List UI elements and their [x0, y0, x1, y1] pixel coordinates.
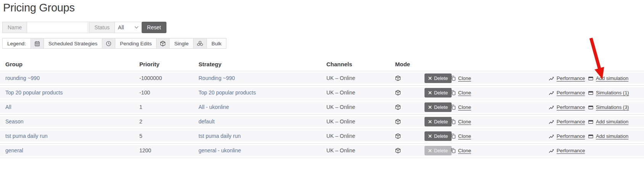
single-mode-cube-icon — [395, 100, 401, 114]
cube-icon — [156, 38, 169, 49]
clone-link[interactable]: Clone — [450, 71, 471, 85]
single-mode-cube-icon — [395, 129, 401, 143]
calendar-icon — [31, 38, 44, 49]
legend-bulk-label: Bulk — [207, 38, 226, 49]
x-icon — [428, 120, 432, 123]
window-icon — [588, 90, 594, 96]
x-icon — [428, 77, 432, 80]
clone-link[interactable]: Clone — [450, 86, 471, 100]
delete-button[interactable]: Delete — [424, 88, 452, 97]
table-row: All 1 All - ukonline UK – Online Delete … — [0, 100, 644, 114]
x-icon — [428, 105, 432, 109]
legend-bar: Legend: Scheduled Strategies Pending Edi… — [2, 38, 226, 49]
clone-link[interactable]: Clone — [450, 129, 471, 143]
single-mode-cube-icon — [395, 144, 401, 158]
simulations-link[interactable]: Simulations (3) — [588, 100, 629, 114]
x-icon — [428, 134, 432, 138]
copy-icon — [450, 133, 456, 139]
page-title: Pricing Groups — [3, 2, 75, 14]
channels-value: UK – Online — [326, 129, 355, 143]
header-priority: Priority — [139, 58, 160, 71]
legend-scheduled-strategies-label: Scheduled Strategies — [44, 38, 102, 49]
performance-link[interactable]: Performance — [549, 144, 585, 158]
group-link[interactable]: tst puma daily run — [5, 129, 48, 143]
group-link[interactable]: All — [5, 100, 11, 114]
copy-icon — [450, 119, 456, 125]
delete-button[interactable]: Delete — [424, 102, 452, 112]
channels-value: UK – Online — [326, 115, 355, 129]
group-link[interactable]: rounding ~990 — [5, 71, 40, 85]
cubes-icon — [193, 38, 207, 49]
line-chart-icon — [549, 104, 554, 110]
priority-value: -100 — [139, 86, 150, 100]
header-strategy: Strategy — [199, 58, 221, 71]
x-icon — [428, 91, 432, 94]
window-icon — [588, 105, 594, 110]
table-header-row: Group Priority Strategy Channels Mode — [0, 58, 644, 71]
add-simulation-link[interactable]: Add simulation — [588, 71, 628, 85]
legend-pending-edits-label: Pending Edits — [115, 38, 157, 49]
single-mode-cube-icon — [395, 86, 401, 100]
header-mode: Mode — [395, 58, 410, 71]
clone-link[interactable]: Clone — [450, 115, 471, 129]
delete-button[interactable]: Delete — [424, 117, 452, 126]
strategy-link[interactable]: Rounding ~990 — [199, 71, 235, 85]
delete-button-disabled: Delete — [424, 146, 452, 155]
group-link[interactable]: Top 20 popular products — [5, 86, 63, 100]
name-filter-input[interactable] — [27, 22, 88, 33]
table-row: Season 2 default UK – Online Delete Clon… — [0, 114, 644, 129]
legend-label: Legend: — [2, 38, 31, 49]
copy-icon — [450, 90, 456, 96]
delete-button[interactable]: Delete — [424, 131, 452, 141]
chevron-down-icon — [134, 26, 139, 29]
clock-icon — [102, 38, 115, 49]
header-group: Group — [5, 58, 23, 71]
legend-single-label: Single — [169, 38, 194, 49]
filter-bar: Name Status All Reset — [2, 22, 166, 33]
strategy-link[interactable]: All - ukonline — [199, 100, 229, 114]
clone-link[interactable]: Clone — [450, 144, 471, 158]
name-filter-label: Name — [2, 22, 27, 33]
strategy-link[interactable]: tst puma daily run — [199, 129, 241, 143]
performance-link[interactable]: Performance — [549, 86, 585, 100]
simulations-link[interactable]: Simulations (1) — [588, 86, 629, 100]
performance-link[interactable]: Performance — [549, 71, 585, 85]
line-chart-icon — [549, 75, 554, 81]
priority-value: 2 — [139, 115, 142, 129]
add-simulation-link[interactable]: Add simulation — [588, 115, 628, 129]
window-icon — [588, 119, 594, 125]
priority-value: 5 — [139, 129, 142, 143]
group-link[interactable]: Season — [5, 115, 23, 129]
copy-icon — [450, 148, 456, 153]
line-chart-icon — [549, 148, 554, 153]
single-mode-cube-icon — [395, 71, 401, 85]
priority-value: -1000000 — [139, 71, 162, 85]
strategy-link[interactable]: Top 20 popular products — [199, 86, 256, 100]
channels-value: UK – Online — [326, 100, 355, 114]
x-icon — [428, 149, 432, 152]
table-row: rounding ~990 -1000000 Rounding ~990 UK … — [0, 71, 644, 85]
pricing-groups-table: Group Priority Strategy Channels Mode ro… — [0, 58, 644, 158]
line-chart-icon — [549, 119, 554, 125]
status-selected-value: All — [118, 24, 124, 30]
performance-link[interactable]: Performance — [549, 115, 585, 129]
header-channels: Channels — [326, 58, 352, 71]
window-icon — [588, 134, 594, 139]
delete-button[interactable]: Delete — [424, 74, 452, 83]
line-chart-icon — [549, 133, 554, 139]
clone-link[interactable]: Clone — [450, 100, 471, 114]
copy-icon — [450, 104, 456, 110]
performance-link[interactable]: Performance — [549, 100, 585, 114]
status-filter-label: Status — [89, 22, 115, 33]
table-row: Top 20 popular products -100 Top 20 popu… — [0, 85, 644, 100]
priority-value: 1 — [139, 100, 142, 114]
reset-button[interactable]: Reset — [142, 22, 166, 33]
strategy-link[interactable]: default — [199, 115, 215, 129]
status-filter-select[interactable]: All — [115, 22, 142, 33]
strategy-link[interactable]: general - ukonline — [199, 144, 241, 158]
performance-link[interactable]: Performance — [549, 129, 585, 143]
copy-icon — [450, 75, 456, 81]
group-link[interactable]: general — [5, 144, 23, 158]
add-simulation-link[interactable]: Add simulation — [588, 129, 628, 143]
channels-value: UK – Online — [326, 86, 355, 100]
